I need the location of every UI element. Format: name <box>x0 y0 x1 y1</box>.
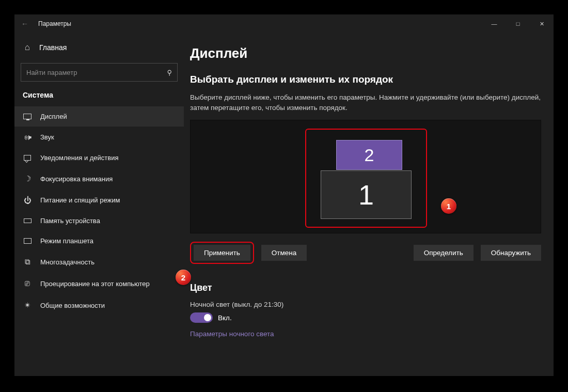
sidebar-section-label: Система <box>14 91 184 106</box>
maximize-button[interactable]: □ <box>506 14 530 33</box>
tablet-icon <box>23 238 32 244</box>
sidebar-item-label: Общие возможности <box>40 302 105 309</box>
sidebar-item-label: Питание и спящий режим <box>40 196 120 204</box>
sidebar: Главная Найти параметр ⚲ Система Дисплей… <box>14 33 184 376</box>
annotation-marker-label: 1 <box>447 202 451 211</box>
power-icon <box>23 196 32 205</box>
night-light-toggle-row: Вкл. <box>190 312 547 323</box>
window-controls: ― □ ✕ <box>482 14 554 33</box>
sidebar-item-label: Уведомления и действия <box>40 154 119 162</box>
display-arrangement-area[interactable]: 2 1 <box>190 120 541 233</box>
sidebar-item-sound[interactable]: Звук <box>14 127 184 148</box>
annotation-marker-1: 1 <box>441 198 456 214</box>
sound-icon <box>23 133 32 142</box>
sidebar-item-label: Фокусировка внимания <box>40 175 113 183</box>
night-light-toggle[interactable] <box>190 312 213 323</box>
shared-icon <box>23 301 32 310</box>
arrange-heading: Выбрать дисплеи и изменить их порядок <box>190 74 547 85</box>
sidebar-item-display[interactable]: Дисплей <box>14 106 184 127</box>
night-light-settings-link[interactable]: Параметры ночного света <box>190 330 547 338</box>
sidebar-item-focus[interactable]: Фокусировка внимания <box>14 168 184 190</box>
sidebar-item-label: Звук <box>40 133 54 141</box>
sidebar-item-label: Проецирование на этот компьютер <box>40 280 150 288</box>
sidebar-item-label: Режим планшета <box>40 237 93 245</box>
sidebar-item-label: Дисплей <box>40 113 67 120</box>
minimize-button[interactable]: ― <box>482 14 506 33</box>
apply-button[interactable]: Применить <box>194 245 250 261</box>
display-tile-2[interactable]: 2 <box>336 140 402 170</box>
arrange-description: Выберите дисплей ниже, чтобы изменить ег… <box>190 92 541 113</box>
sidebar-item-power[interactable]: Питание и спящий режим <box>14 190 184 211</box>
sidebar-item-label: Многозадачность <box>40 258 94 266</box>
content-area: Дисплей Выбрать дисплеи и изменить их по… <box>184 33 554 376</box>
projecting-icon <box>23 279 32 288</box>
annotation-marker-2: 2 <box>176 270 191 285</box>
detect-button[interactable]: Обнаружить <box>481 245 541 261</box>
sidebar-item-storage[interactable]: Память устройства <box>14 211 184 231</box>
annotation-apply-highlight: Применить <box>190 242 254 264</box>
multitasking-icon <box>23 257 32 266</box>
identify-button[interactable]: Определить <box>414 245 474 261</box>
display-number: 2 <box>365 145 374 165</box>
display-icon <box>23 114 32 119</box>
sidebar-item-label: Память устройства <box>40 217 100 225</box>
sidebar-item-tablet[interactable]: Режим планшета <box>14 231 184 251</box>
app-title: Параметры <box>38 20 71 27</box>
back-button[interactable]: ← <box>14 20 35 28</box>
sidebar-item-shared[interactable]: Общие возможности <box>14 294 184 316</box>
sidebar-item-projecting[interactable]: Проецирование на этот компьютер <box>14 273 184 294</box>
cancel-button[interactable]: Отмена <box>261 245 307 261</box>
storage-icon <box>23 218 32 223</box>
sidebar-item-notifications[interactable]: Уведомления и действия <box>14 148 184 168</box>
annotation-marker-label: 2 <box>181 273 185 282</box>
settings-window: ← Параметры ― □ ✕ Главная Найти параметр… <box>14 14 554 376</box>
search-icon: ⚲ <box>167 69 172 76</box>
notifications-icon <box>23 155 32 161</box>
color-heading: Цвет <box>190 283 547 293</box>
close-button[interactable]: ✕ <box>530 14 554 33</box>
home-icon <box>23 42 32 53</box>
night-light-toggle-label: Вкл. <box>218 314 232 322</box>
sidebar-home-label: Главная <box>39 43 67 52</box>
arrange-button-row: Применить Отмена Определить Обнаружить <box>190 242 541 264</box>
display-tile-1[interactable]: 1 <box>321 170 412 219</box>
focus-icon <box>23 174 32 183</box>
night-light-status: Ночной свет (выкл. до 21:30) <box>190 301 547 308</box>
display-number: 1 <box>358 179 374 211</box>
search-placeholder: Найти параметр <box>26 69 77 76</box>
page-title: Дисплей <box>190 45 547 61</box>
titlebar: ← Параметры ― □ ✕ <box>14 14 554 33</box>
sidebar-item-multitasking[interactable]: Многозадачность <box>14 251 184 273</box>
sidebar-home[interactable]: Главная <box>14 38 184 57</box>
search-input[interactable]: Найти параметр ⚲ <box>21 63 178 82</box>
